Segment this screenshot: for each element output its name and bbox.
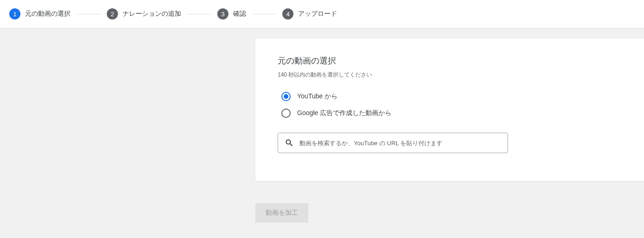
step-circle-4: 4 [282, 8, 293, 19]
step-connector [77, 14, 100, 14]
step-1[interactable]: 1 元の動画の選択 [9, 8, 71, 19]
step-2[interactable]: 2 ナレーションの追加 [107, 8, 181, 19]
source-radio-group: YouTube から Google 広告で作成した動画から [281, 88, 623, 122]
step-connector [188, 14, 211, 14]
step-3[interactable]: 3 確認 [217, 8, 246, 19]
video-search-input[interactable] [299, 140, 501, 147]
radio-option-google-ads[interactable]: Google 広告で作成した動画から [281, 105, 623, 122]
radio-icon [281, 92, 291, 101]
step-label-1: 元の動画の選択 [25, 10, 71, 18]
step-label-2: ナレーションの追加 [123, 10, 181, 18]
step-label-3: 確認 [233, 10, 246, 18]
radio-label-google-ads: Google 広告で作成した動画から [297, 109, 391, 117]
process-video-button[interactable]: 動画を加工 [255, 203, 308, 223]
step-circle-2: 2 [107, 8, 118, 19]
radio-option-youtube[interactable]: YouTube から [281, 88, 623, 105]
step-circle-3: 3 [217, 8, 228, 19]
content-area: 元の動画の選択 140 秒以内の動画を選択してください YouTube から G… [0, 28, 644, 238]
step-circle-1: 1 [9, 8, 20, 19]
step-connector [253, 14, 276, 14]
step-label-4: アップロード [298, 10, 337, 18]
card-title: 元の動画の選択 [278, 55, 623, 66]
video-search-field[interactable] [278, 133, 508, 153]
card-subtitle: 140 秒以内の動画を選択してください [278, 71, 623, 79]
step-4[interactable]: 4 アップロード [282, 8, 337, 19]
search-icon [285, 138, 294, 148]
radio-icon [281, 109, 291, 118]
select-video-card: 元の動画の選択 140 秒以内の動画を選択してください YouTube から G… [255, 39, 644, 181]
stepper: 1 元の動画の選択 2 ナレーションの追加 3 確認 4 アップロード [0, 0, 644, 28]
radio-label-youtube: YouTube から [297, 92, 338, 101]
action-row: 動画を加工 [255, 203, 635, 223]
